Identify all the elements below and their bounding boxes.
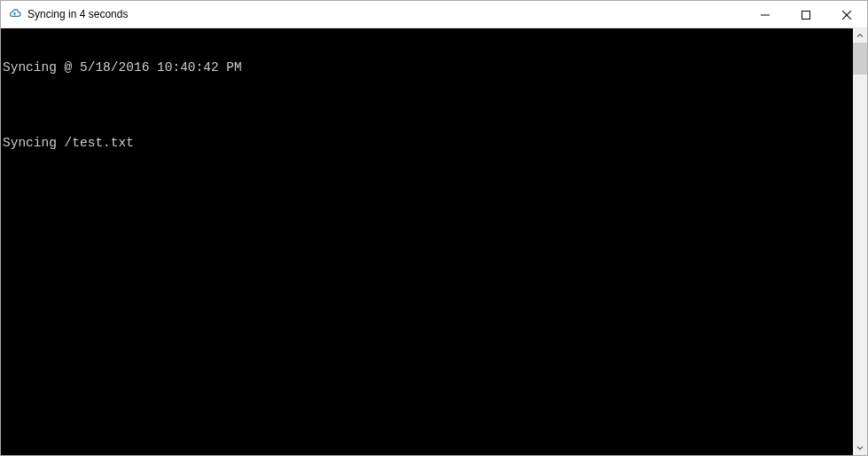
cloud-sync-icon [8,7,22,21]
titlebar: Syncing in 4 seconds [1,1,867,28]
scroll-up-button[interactable] [853,28,867,43]
scrollbar-thumb[interactable] [853,43,867,75]
close-button[interactable] [826,1,867,28]
content-area: Syncing @ 5/18/2016 10:40:42 PM Syncing … [1,28,867,455]
maximize-button[interactable] [786,1,826,28]
scrollbar-track[interactable] [853,43,867,441]
window-controls [745,1,867,28]
console-line: Syncing @ 5/18/2016 10:40:42 PM [1,60,853,75]
window-title: Syncing in 4 seconds [27,8,745,20]
console-line: Syncing /test.txt [1,136,853,151]
vertical-scrollbar[interactable] [853,28,867,455]
minimize-button[interactable] [745,1,786,28]
scroll-down-button[interactable] [853,441,867,455]
console-output: Syncing @ 5/18/2016 10:40:42 PM Syncing … [1,28,853,455]
svg-rect-1 [802,11,810,19]
